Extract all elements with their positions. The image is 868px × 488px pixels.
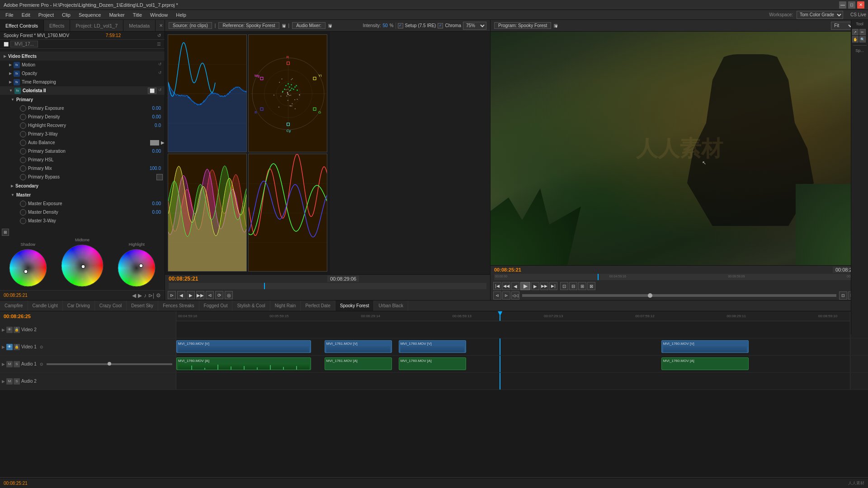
primary-density-keyframe[interactable] (20, 114, 26, 120)
primary-exposure-row[interactable]: Primary Exposure 0.00 (0, 104, 165, 113)
tab-campfire[interactable]: Campfire (0, 300, 28, 311)
v1-clip-3[interactable]: MVI_1760.MOV [V] (399, 340, 466, 353)
highlight-recovery-row[interactable]: Highlight Recovery 0.0 (0, 121, 165, 130)
grid-btn[interactable]: ⊞ (2, 229, 9, 236)
a2-mute-btn[interactable]: M (6, 378, 13, 385)
v1-toggle-btn[interactable]: 👁 (6, 344, 13, 350)
source-step-back-btn[interactable]: ◀ (177, 291, 185, 299)
primary-sat-keyframe[interactable] (20, 148, 26, 155)
panel-menu-btn[interactable]: ☰ (157, 42, 161, 47)
tab-fences-streaks[interactable]: Fences Streaks (158, 300, 199, 311)
a2-solo-btn[interactable]: S (14, 378, 20, 385)
tab-metadata[interactable]: Metadata (123, 20, 156, 31)
workspace-select[interactable]: Tom Color Grade (797, 11, 843, 19)
video1-track-body[interactable]: MVI_1760.MOV [V] MVI_1761.MOV [V] MVI_17… (176, 338, 850, 355)
reset-btn[interactable]: ↺ (157, 33, 161, 38)
menu-help[interactable]: Help (172, 11, 190, 19)
tab-effect-controls[interactable]: Effect Controls (0, 20, 44, 31)
source-play-btn[interactable]: ▶ (187, 291, 195, 299)
a1-clip-4[interactable]: MVI_1760.MOV [A] (661, 357, 749, 370)
prog-prev-frame-btn[interactable]: ◀ (511, 282, 519, 290)
a1-mute-btn[interactable]: M (6, 361, 13, 367)
primary-3way-keyframe[interactable] (20, 131, 26, 137)
tab-candle-light[interactable]: Candle Light (28, 300, 63, 311)
highlight-wheel[interactable] (116, 248, 157, 288)
tab-fogged-out[interactable]: Fogged Out (199, 300, 233, 311)
motion-reset[interactable]: ↺ (158, 62, 165, 68)
master-3way-keyframe[interactable] (20, 218, 26, 224)
audio-mixer-title[interactable]: Audio Mixer: (292, 22, 326, 29)
prev-frame-btn[interactable]: ◀ (132, 292, 136, 299)
tab-perfect-date[interactable]: Perfect Date (301, 300, 335, 311)
tool-razor[interactable]: ✂ (859, 29, 866, 35)
primary-exposure-keyframe[interactable] (20, 105, 26, 112)
music-btn[interactable]: ♪ (144, 292, 146, 299)
setup-ire-checkbox[interactable]: ✓ (398, 23, 403, 28)
v2-lock-btn[interactable]: 🔒 (14, 327, 20, 333)
master-density-keyframe[interactable] (20, 209, 26, 216)
v2-toggle-btn[interactable]: 👁 (6, 327, 13, 333)
menu-window[interactable]: Window (146, 11, 171, 19)
motion-row[interactable]: ▶ fx Motion ↺ (0, 61, 165, 69)
menu-sequence[interactable]: Sequence (75, 11, 105, 19)
a1-clip-1[interactable]: MVI_1760.MOV [A] (176, 357, 311, 370)
tool-zoom[interactable]: 🔍 (859, 36, 866, 42)
primary-bypass-checkbox[interactable] (156, 174, 163, 180)
auto-balance-arrow[interactable]: ▶ (161, 140, 165, 145)
tab-crazy-cool[interactable]: Crazy Cool (95, 300, 127, 311)
a1-solo-btn[interactable]: S (14, 361, 20, 367)
track-expand-a1[interactable]: ▶ (2, 362, 5, 366)
prog-btn2[interactable]: ⊳ (502, 291, 510, 300)
master-exp-keyframe[interactable] (20, 201, 26, 207)
primary-3way-row[interactable]: Primary 3-Way (0, 130, 165, 138)
auto-balance-keyframe[interactable] (20, 140, 26, 146)
tab-urban-black[interactable]: Urban Black (374, 300, 408, 311)
shadow-wheel[interactable] (8, 248, 48, 288)
time-remap-row[interactable]: ▶ fx Time Remapping (0, 78, 165, 86)
colorista-row[interactable]: ▼ fx Colorista II ⬜ ↺ (0, 86, 165, 95)
master-3way-row[interactable]: Master 3-Way (0, 216, 165, 225)
settings-btn[interactable]: ⚙ (156, 292, 161, 299)
secondary-header[interactable]: ▶ Secondary (0, 181, 165, 190)
audio1-track-body[interactable]: MVI_1760.MOV [A] (176, 356, 850, 372)
master-exposure-row[interactable]: Master Exposure 0.00 (0, 199, 165, 208)
setup-ire-label[interactable]: Setup (7.5 IRE) (405, 23, 436, 28)
track-expand-v1[interactable]: ▶ (2, 345, 5, 349)
master-density-row[interactable]: Master Density 0.00 (0, 208, 165, 216)
menu-file[interactable]: File (2, 11, 17, 19)
tab-project[interactable]: Project: LD_vol1_7 (70, 20, 123, 31)
midtone-wheel[interactable] (60, 243, 105, 288)
primary-header[interactable]: ▼ Primary (0, 95, 165, 104)
prog-step-prev-btn[interactable]: |◀ (493, 282, 501, 290)
close-button[interactable]: ✕ (857, 1, 864, 9)
tab-car-driving[interactable]: Car Driving (63, 300, 95, 311)
auto-balance-row[interactable]: Auto Balance ▶ (0, 138, 165, 147)
primary-hsl-keyframe[interactable] (20, 157, 26, 163)
a1-clip-2[interactable]: MVI_1761.MOV [A] (325, 357, 392, 370)
prog-play-btn[interactable]: ▶ (520, 282, 530, 290)
prog-step-in-btn[interactable]: ◀◀ (502, 282, 510, 290)
opacity-row[interactable]: ▶ fx Opacity ↺ (0, 69, 165, 78)
tool-text[interactable]: Sp... (855, 48, 864, 53)
panel-close-btn[interactable]: ✕ (159, 23, 163, 28)
program-scrubber[interactable]: 00:00:00 00:04:59:16 00:09:59:09 00:14:5… (494, 274, 864, 280)
video-effects-header[interactable]: ▶ Video Effects (0, 52, 165, 61)
colorista-reset[interactable]: ↺ (158, 88, 165, 94)
tab-desert-sky[interactable]: Desert Sky (127, 300, 158, 311)
menu-project[interactable]: Project (35, 11, 57, 19)
a1-volume-slider[interactable] (47, 363, 172, 365)
source-scrubber[interactable] (169, 283, 486, 289)
percent-select[interactable]: 75% 100% (463, 22, 486, 30)
v1-lock-btn[interactable]: 🔒 (14, 344, 20, 350)
menu-marker[interactable]: Marker (105, 11, 128, 19)
tab-effects[interactable]: Effects (44, 20, 70, 31)
source-step-fwd-btn[interactable]: ▶▶ (196, 291, 204, 299)
audio2-track-body[interactable] (176, 373, 850, 389)
menu-clip[interactable]: Clip (58, 11, 74, 19)
audio-mixer-menu-btn[interactable]: ▼ (328, 24, 332, 28)
highlight-recovery-keyframe[interactable] (20, 122, 26, 129)
tab-spooky-forest[interactable]: Spooky Forest (335, 300, 374, 311)
primary-bypass-row[interactable]: Primary Bypass (0, 173, 165, 181)
primary-mix-keyframe[interactable] (20, 165, 26, 172)
prog-overwrite-btn[interactable]: ⊠ (587, 282, 595, 290)
